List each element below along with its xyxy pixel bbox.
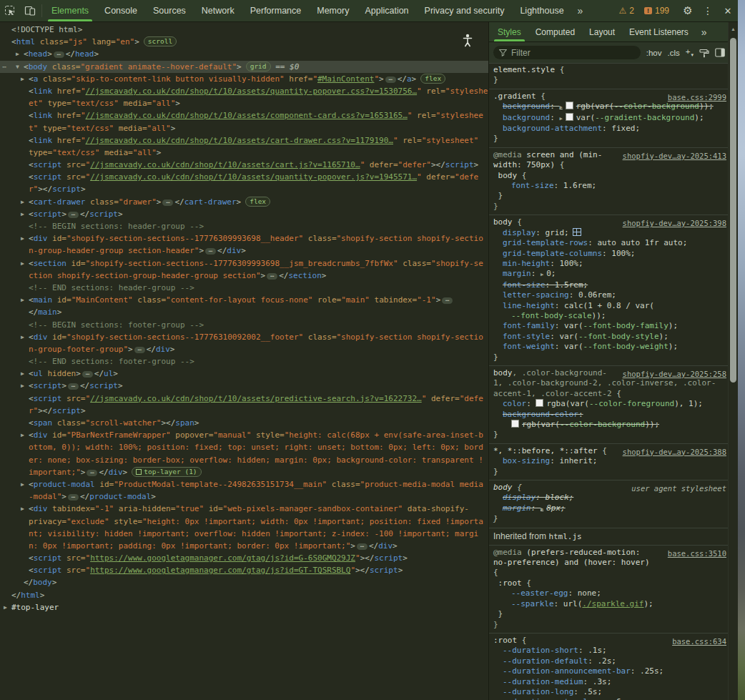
css-line[interactable]: width: 750px) { (489, 160, 726, 170)
badge-flex[interactable]: flex (245, 197, 270, 207)
badge-flex[interactable]: flex (420, 74, 445, 84)
styles-tab-computed[interactable]: Computed (528, 22, 582, 41)
dom-line[interactable]: <link href="//jsmcavady.co.uk/cdn/shop/t… (0, 85, 488, 97)
css-line[interactable]: } (489, 134, 726, 144)
dom-line[interactable]: ▶<ul hidden>…</ul> (0, 368, 488, 380)
dom-line[interactable]: </body> (0, 576, 488, 588)
settings-gear-icon[interactable]: ⚙ (678, 4, 698, 17)
css-line[interactable]: --duration-default: .2s; (489, 656, 726, 666)
dom-line[interactable]: <!-- BEGIN sections: header-group --> (0, 220, 488, 232)
expand-inline-button[interactable]: … (357, 543, 367, 550)
stylesheet-source-link[interactable]: base.css:3510 (668, 549, 726, 558)
dom-line[interactable]: </html> (0, 589, 488, 601)
expand-arrow-icon[interactable]: ▶ (21, 429, 24, 441)
expand-arrow-icon[interactable]: ▶ (21, 380, 24, 392)
accessibility-person-icon[interactable] (458, 31, 477, 51)
css-line[interactable]: --sparkle: url(./sparkle.gif); (489, 599, 726, 609)
dom-line[interactable]: <script src="https://www.googletagmanage… (0, 552, 488, 564)
stylesheet-source-link[interactable]: shopfiy-dev…ay-2025:413 (623, 152, 726, 160)
expand-shorthand-icon[interactable]: ▶ (541, 272, 543, 277)
css-line[interactable]: --duration-short: .1s; (489, 646, 726, 656)
dom-line[interactable]: <!-- END sections: footer-group --> (0, 355, 488, 368)
close-icon[interactable]: ✕ (718, 6, 738, 16)
css-line[interactable]: } (489, 620, 726, 630)
expand-shorthand-icon[interactable]: ▶ (559, 104, 562, 110)
issues-badge[interactable]: ! 199 (639, 6, 674, 16)
stylesheet-source-link[interactable]: base.css:2999 (668, 93, 726, 102)
css-line[interactable]: letter-spacing: 0.06rem; (489, 290, 726, 300)
css-line[interactable]: background-attachment: fixed; (489, 124, 726, 134)
dom-line[interactable]: <link href="//jsmcavady.co.uk/cdn/shop/t… (0, 134, 488, 147)
badge-grid[interactable]: grid (246, 61, 271, 72)
tab-sources[interactable]: Sources (145, 0, 194, 21)
inspect-element-icon[interactable] (0, 0, 20, 21)
css-line[interactable]: font-style: var(--font-body-style); (489, 332, 726, 342)
dom-line[interactable]: <script src="https://www.googletagmanage… (0, 564, 488, 576)
expand-arrow-icon[interactable]: ▶ (21, 478, 24, 491)
expand-arrow-icon[interactable]: ▶ (21, 503, 24, 515)
tab-lighthouse[interactable]: Lighthouse (512, 0, 571, 21)
scrollbar-up-arrow-icon[interactable]: ▲ (729, 26, 738, 31)
styles-tab-event-listeners[interactable]: Event Listeners (622, 22, 696, 41)
css-property-overridden[interactable]: background-color: (489, 410, 726, 420)
stylesheet-source-link[interactable]: shopfiy-dev…ay-2025:388 (623, 448, 726, 456)
expand-arrow-icon[interactable]: ▶ (21, 196, 24, 208)
dom-line[interactable]: ▶<cart-drawer class="drawer">…</cart-dra… (0, 196, 488, 208)
dom-line[interactable]: ▶<div id="shopify-section-sections--1777… (0, 331, 488, 343)
color-swatch[interactable] (566, 113, 573, 121)
more-tabs-icon[interactable]: » (572, 0, 589, 21)
css-line[interactable]: --easter-egg: none; (489, 588, 726, 598)
dom-line[interactable]: important;">…</div>top-layer (1) (0, 466, 488, 478)
dom-line[interactable]: <script src="//jsmcavady.co.uk/cdn/shop/… (0, 159, 488, 171)
grid-editor-icon[interactable] (573, 228, 581, 236)
css-property-overridden[interactable]: font-size: 1.5rem; (489, 280, 726, 290)
dom-line[interactable]: ▶<div id="shopify-section-sections--1777… (0, 232, 488, 245)
expand-inline-button[interactable]: … (87, 470, 97, 476)
dom-line[interactable]: ▶<div tabindex="-1" aria-hidden="true" i… (0, 503, 488, 515)
expand-arrow-icon[interactable]: ▶ (21, 208, 24, 220)
dom-line[interactable]: ▶<script>…</script> (0, 380, 488, 392)
dom-line[interactable]: ▶<div id="PBarNextFrameWrapper" popover=… (0, 429, 488, 441)
css-line[interactable]: --duration-announcement-bar: .25s; (489, 666, 726, 676)
dom-line[interactable]: <!-- BEGIN sections: footer-group --> (0, 319, 488, 331)
dom-line[interactable]: ▶<product-modal id="ProductModal-templat… (0, 478, 488, 491)
css-line[interactable]: color: rgba(var(--color-foreground), 1); (489, 399, 726, 409)
css-line[interactable]: } (489, 609, 726, 619)
css-line[interactable]: { (489, 568, 726, 578)
expand-inline-button[interactable]: … (442, 297, 453, 304)
dom-line[interactable]: <link href="//jsmcavady.co.uk/cdn/shop/t… (0, 109, 488, 122)
css-line[interactable]: --duration-medium: .3s; (489, 677, 726, 687)
css-property-overridden[interactable]: display: block; (489, 493, 726, 503)
dom-line[interactable]: privacy="exclude" style="height: 0px !im… (0, 516, 488, 528)
dom-line[interactable]: <script src="//jsmcavady.co.uk/cdn/shop/… (0, 171, 488, 183)
css-line[interactable]: --duration-long: .5s; (489, 687, 726, 697)
dom-line[interactable]: ▶<a class="skip-to-content-link button v… (0, 73, 488, 85)
color-swatch[interactable] (536, 399, 543, 407)
rendering-emulation-icon[interactable] (699, 48, 709, 58)
css-property-overridden[interactable]: rgb(var(--color-background)); (489, 420, 726, 430)
dom-line[interactable]: ction shopify-section-group-header-group… (0, 270, 488, 282)
expand-arrow-icon[interactable]: ▶ (16, 48, 19, 60)
css-line[interactable]: :root { (489, 578, 726, 588)
css-line[interactable]: body { (489, 171, 726, 181)
expand-inline-button[interactable]: … (205, 248, 216, 255)
dom-line[interactable]: ▶<head>…</head> (0, 48, 488, 60)
dom-line[interactable]: r"></script> (0, 183, 488, 195)
css-line[interactable]: box-sizing: inherit; (489, 456, 726, 466)
css-line[interactable]: display: grid; (489, 228, 726, 238)
dom-line[interactable]: n-group-header-group section-header">…</… (0, 245, 488, 257)
dom-line[interactable]: </main> (0, 306, 488, 318)
expand-inline-button[interactable]: … (385, 77, 396, 83)
dom-line[interactable]: <!-- END sections: header-group --> (0, 282, 488, 294)
style-filter-input[interactable]: Filter (493, 46, 641, 59)
badge-scroll[interactable]: scroll (144, 36, 177, 46)
dom-line[interactable]: n: 0px !important; padding: 0px !importa… (0, 540, 488, 552)
dom-line[interactable]: ottom, 0)); width: 100%; position: fixed… (0, 441, 488, 453)
expand-shorthand-icon[interactable]: ▶ (541, 506, 543, 512)
css-line[interactable]: line-height: calc(1 + 0.8 / var( (489, 301, 726, 311)
css-line[interactable]: font-weight: var(--font-body-weight); (489, 342, 726, 352)
expand-inline-button[interactable]: … (134, 347, 145, 353)
stylesheet-source-link[interactable]: shopfiy-dev…ay-2025:398 (623, 219, 726, 227)
css-line[interactable]: 1, .color-background-2, .color-inverse, … (489, 378, 726, 388)
more-sidebar-tabs-icon[interactable]: » (696, 22, 713, 41)
